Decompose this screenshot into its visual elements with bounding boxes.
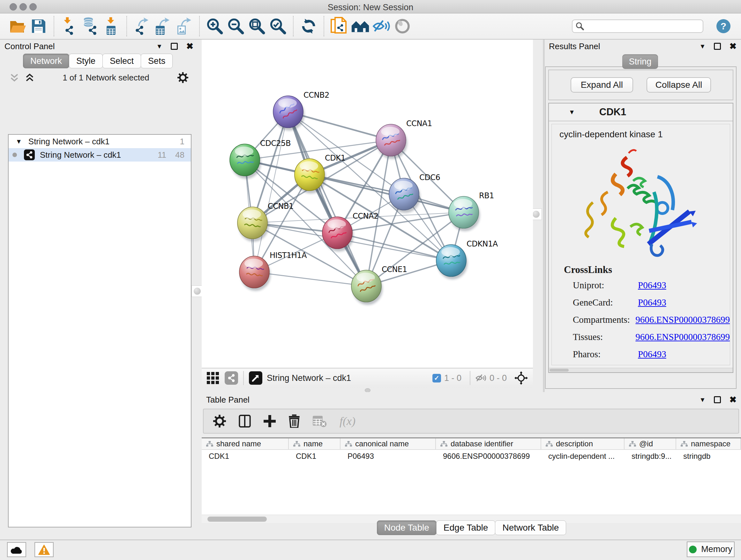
network-node-CCNA1[interactable]: [376, 124, 407, 159]
crosslink-link[interactable]: P06493: [638, 297, 666, 308]
control-panel-close-icon[interactable]: ✖: [186, 41, 193, 51]
column-header-namespace[interactable]: namespace: [676, 438, 741, 449]
table-cell[interactable]: P06493: [340, 452, 436, 461]
network-share-view-icon[interactable]: [225, 371, 238, 385]
collapse-all-button[interactable]: Collapse All: [647, 77, 711, 92]
network-row-selected[interactable]: String Network – cdk1 11 48: [9, 148, 191, 162]
network-node-CCNA2[interactable]: [322, 217, 354, 252]
crosslink-link[interactable]: 9606.ENSP00000378699: [635, 314, 730, 325]
table-cell[interactable]: stringdb:9...: [624, 452, 676, 461]
search-input[interactable]: [584, 22, 699, 30]
memory-button[interactable]: Memory: [687, 542, 735, 557]
tab-network[interactable]: Network: [23, 54, 69, 68]
network-node-CCNB2[interactable]: [273, 96, 305, 131]
table-cell[interactable]: stringdb: [676, 452, 741, 461]
expand-all-button[interactable]: Expand All: [570, 77, 633, 92]
table-panel-float-icon[interactable]: [714, 396, 721, 403]
import-table-icon[interactable]: [103, 17, 120, 36]
import-network-database-icon[interactable]: [81, 17, 99, 36]
table-panel-collapse-icon[interactable]: ▼: [699, 396, 706, 403]
network-collection-row[interactable]: ▼ String Network – cdk1 1: [9, 135, 191, 148]
help-icon[interactable]: ?: [715, 17, 732, 36]
delete-column-icon[interactable]: [288, 415, 300, 428]
column-header--id[interactable]: @id: [624, 438, 676, 449]
expand-all-networks-icon[interactable]: [25, 73, 35, 82]
column-header-canonical-name[interactable]: canonical name: [340, 438, 436, 449]
tab-edge-table[interactable]: Edge Table: [436, 520, 495, 535]
zoom-in-icon[interactable]: [206, 17, 224, 36]
network-node-HIST1H1A[interactable]: [239, 256, 271, 291]
fit-selected-crosshair-icon[interactable]: [515, 371, 528, 385]
open-session-icon[interactable]: [9, 17, 26, 36]
table-options-gear-icon[interactable]: [213, 415, 226, 428]
table-panel: Table Panel ▼ ✖ f(x) sha: [202, 392, 741, 540]
birds-eye-view-icon[interactable]: [249, 371, 262, 385]
protein-collapse-icon[interactable]: ▼: [569, 109, 575, 116]
crosslink-link[interactable]: P06493: [638, 349, 666, 360]
network-node-CDC25B[interactable]: [230, 144, 261, 179]
zoom-out-icon[interactable]: [227, 17, 245, 36]
table-cell[interactable]: CDK1: [202, 452, 289, 461]
cloud-button[interactable]: [7, 542, 26, 557]
selected-checkbox-icon[interactable]: ✓: [432, 374, 441, 382]
results-panel-close-icon[interactable]: ✖: [729, 41, 737, 51]
node-label-CDKN1A: CDKN1A: [467, 240, 498, 248]
table-cell[interactable]: cyclin-dependent ...: [541, 452, 624, 461]
zoom-fit-icon[interactable]: [248, 17, 266, 36]
show-columns-icon[interactable]: [239, 415, 251, 428]
tab-node-table[interactable]: Node Table: [377, 520, 436, 535]
zoom-selected-icon[interactable]: [269, 17, 287, 36]
control-panel-float-icon[interactable]: [171, 43, 178, 50]
tab-sets[interactable]: Sets: [141, 54, 173, 68]
hide-unhide-icon[interactable]: [373, 17, 390, 36]
column-header-database-identifier[interactable]: database identifier: [436, 438, 541, 449]
network-node-CDK1[interactable]: [294, 159, 326, 193]
crosslink-link[interactable]: P06493: [638, 280, 666, 291]
column-header-shared-name[interactable]: shared name: [202, 438, 289, 449]
table-cell[interactable]: CDK1: [289, 452, 340, 461]
hidden-eyeslash-icon[interactable]: [475, 374, 486, 382]
share-document-icon[interactable]: [330, 17, 348, 36]
network-node-CCNE1[interactable]: [351, 270, 383, 305]
table-cell[interactable]: 9606.ENSP00000378699: [436, 452, 541, 461]
toolbar-separator: [54, 16, 54, 37]
search-icon: [576, 22, 584, 30]
eye-icon[interactable]: [394, 17, 411, 36]
export-image-icon[interactable]: [175, 17, 193, 36]
network-node-CDKN1A[interactable]: [436, 245, 468, 279]
table-panel-close-icon[interactable]: ✖: [729, 395, 737, 405]
grid-view-icon[interactable]: [207, 372, 219, 384]
network-canvas[interactable]: CCNB2CCNA1CDC25BCDK1CDC6RB1CCNB1CCNA2CDK…: [202, 40, 533, 368]
export-table-icon[interactable]: [154, 17, 172, 36]
results-panel-collapse-icon[interactable]: ▼: [699, 43, 706, 50]
crosslink-link[interactable]: 9606.ENSP00000378699: [635, 332, 730, 342]
search-box[interactable]: [572, 19, 703, 33]
save-session-icon[interactable]: [30, 17, 48, 36]
horizontal-splitter[interactable]: [202, 388, 533, 392]
add-column-icon[interactable]: [264, 415, 276, 427]
warning-button[interactable]: [35, 542, 54, 557]
tab-string[interactable]: String: [622, 54, 658, 69]
network-node-RB1[interactable]: [449, 196, 480, 231]
column-header-description[interactable]: description: [541, 438, 624, 449]
column-header-name[interactable]: name: [289, 438, 340, 449]
left-splitter-handle[interactable]: [192, 286, 203, 297]
node-label-CDC6: CDC6: [419, 173, 440, 182]
window-title: Session: New Session: [0, 3, 741, 12]
table-row[interactable]: CDK1CDK1P064939606.ENSP00000378699cyclin…: [202, 450, 741, 462]
node-label-CCNA1: CCNA1: [406, 119, 432, 128]
network-edges[interactable]: [245, 112, 464, 286]
refresh-icon[interactable]: [300, 17, 318, 36]
collection-expand-icon[interactable]: ▼: [16, 138, 22, 145]
tab-style[interactable]: Style: [69, 54, 103, 68]
results-panel-float-icon[interactable]: [714, 43, 721, 50]
export-network-icon[interactable]: [133, 17, 151, 36]
control-panel-collapse-icon[interactable]: ▼: [156, 43, 163, 50]
tab-select[interactable]: Select: [103, 54, 141, 68]
import-network-file-icon[interactable]: [60, 17, 78, 36]
tab-network-table[interactable]: Network Table: [495, 520, 566, 535]
collapse-all-networks-icon[interactable]: [10, 73, 19, 82]
string-home-icon[interactable]: [351, 17, 369, 36]
network-options-gear-icon[interactable]: [178, 72, 188, 83]
results-horizontal-scrollbar[interactable]: [549, 368, 733, 372]
